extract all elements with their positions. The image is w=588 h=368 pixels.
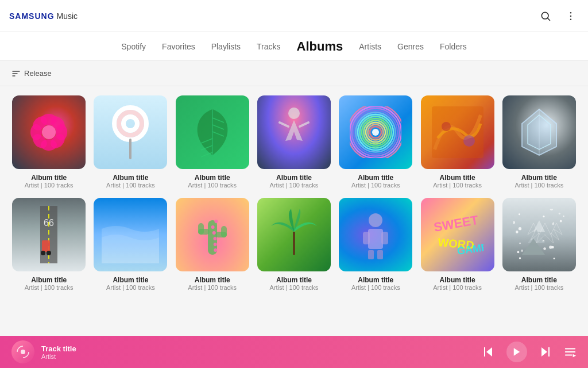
player-track-title: Track title [41, 344, 474, 353]
album-title-3: Album title [195, 174, 230, 182]
album-cover-13: SWEET WORD GAME [421, 198, 494, 271]
album-item-11[interactable]: Album titleArtist | 100 tracks [257, 198, 331, 291]
album-meta-5: Artist | 100 tracks [351, 182, 400, 189]
album-title-7: Album title [521, 174, 557, 182]
album-cover-14 [502, 198, 576, 271]
nav-item-albums[interactable]: Albums [297, 37, 343, 56]
svg-point-3 [570, 15, 572, 17]
svg-rect-71 [368, 250, 374, 259]
album-item-2[interactable]: Album titleArtist | 100 tracks [93, 95, 168, 189]
album-item-8[interactable]: 66 Album titleArtist | 100 tracks [11, 198, 86, 291]
playlist-icon[interactable] [564, 346, 577, 358]
svg-point-100 [21, 350, 25, 354]
album-title-6: Album title [440, 174, 475, 182]
album-item-9[interactable]: Album titleArtist | 100 tracks [93, 198, 168, 291]
svg-point-87 [513, 221, 515, 224]
svg-rect-69 [363, 232, 370, 244]
album-cover-9 [94, 198, 167, 271]
search-icon[interactable] [537, 8, 554, 24]
svg-text:SWEET: SWEET [432, 213, 479, 235]
svg-point-19 [123, 117, 137, 131]
nav-item-playlists[interactable]: Playlists [211, 40, 241, 53]
album-meta-7: Artist | 100 tracks [514, 182, 563, 189]
svg-text:66: 66 [44, 218, 54, 228]
nav-item-favorites[interactable]: Favorites [162, 40, 195, 53]
album-cover-1 [12, 95, 86, 169]
album-item-5[interactable]: Album titleArtist | 100 tracks [338, 95, 413, 189]
svg-point-2 [570, 12, 572, 13]
album-title-14: Album title [521, 276, 557, 284]
svg-point-62 [212, 231, 215, 235]
svg-point-0 [541, 12, 548, 19]
album-cover-10 [176, 198, 249, 271]
album-meta-4: Artist | 100 tracks [270, 182, 319, 189]
album-meta-9: Artist | 100 tracks [106, 284, 155, 291]
album-meta-10: Artist | 100 tracks [188, 284, 237, 291]
svg-point-64 [213, 243, 216, 246]
svg-point-63 [213, 237, 216, 240]
more-icon[interactable] [563, 8, 579, 24]
album-cover-6 [421, 95, 494, 169]
svg-point-65 [214, 248, 217, 252]
album-item-4[interactable]: Album titleArtist | 100 tracks [257, 95, 331, 189]
svg-line-1 [548, 18, 550, 20]
svg-rect-70 [381, 232, 388, 244]
album-title-11: Album title [276, 276, 312, 284]
nav-item-folders[interactable]: Folders [440, 40, 467, 53]
album-title-2: Album title [113, 174, 148, 182]
svg-point-91 [553, 258, 555, 259]
svg-point-90 [563, 216, 564, 217]
svg-point-61 [211, 225, 214, 229]
album-meta-1: Artist | 100 tracks [25, 182, 74, 189]
svg-marker-109 [573, 354, 577, 358]
album-meta-2: Artist | 100 tracks [106, 182, 155, 189]
album-item-1[interactable]: Album titleArtist | 100 tracks [11, 95, 86, 189]
header-actions [537, 8, 579, 24]
album-meta-11: Artist | 100 tracks [270, 284, 319, 291]
album-meta-6: Artist | 100 tracks [433, 182, 482, 189]
album-cover-5 [339, 95, 412, 169]
album-item-6[interactable]: Album titleArtist | 100 tracks [420, 95, 494, 189]
album-meta-3: Artist | 100 tracks [188, 182, 237, 189]
nav-item-tracks[interactable]: Tracks [257, 40, 280, 53]
sort-label: Release [24, 69, 52, 78]
play-button[interactable] [506, 342, 527, 362]
svg-point-83 [519, 227, 521, 230]
svg-point-77 [543, 216, 544, 217]
album-item-13[interactable]: SWEET WORD GAME Album titleArtist | 100 … [420, 198, 494, 291]
album-cover-11 [257, 198, 331, 271]
album-cover-7 [502, 95, 576, 169]
album-title-4: Album title [276, 174, 312, 182]
next-button[interactable] [539, 345, 552, 359]
svg-point-52 [47, 251, 51, 255]
album-cover-2 [94, 95, 167, 169]
svg-point-28 [288, 108, 300, 119]
nav-item-spotify[interactable]: Spotify [121, 40, 146, 53]
svg-point-89 [550, 209, 553, 210]
album-item-7[interactable]: Album titleArtist | 100 tracks [502, 95, 577, 189]
nav-item-artists[interactable]: Artists [359, 40, 381, 53]
player-info: Track title Artist [41, 344, 474, 360]
svg-point-93 [552, 223, 554, 225]
app-logo: SAMSUNG Music [9, 12, 78, 21]
album-title-12: Album title [358, 276, 393, 284]
sort-button[interactable]: Release [11, 69, 52, 78]
album-item-10[interactable]: Album titleArtist | 100 tracks [175, 198, 250, 291]
svg-rect-105 [548, 347, 550, 356]
svg-rect-102 [484, 347, 485, 356]
svg-point-67 [369, 213, 382, 227]
player-controls [481, 342, 577, 362]
nav-item-genres[interactable]: Genres [397, 40, 424, 53]
svg-point-44 [463, 135, 475, 147]
prev-button[interactable] [481, 345, 495, 359]
brand-name: SAMSUNG [9, 12, 55, 21]
album-title-9: Album title [113, 276, 148, 284]
svg-marker-101 [486, 347, 492, 356]
album-cover-8: 66 [12, 198, 86, 271]
album-item-3[interactable]: Album titleArtist | 100 tracks [175, 95, 250, 189]
svg-marker-104 [541, 347, 547, 356]
album-item-12[interactable]: Album titleArtist | 100 tracks [338, 198, 413, 291]
svg-point-60 [214, 220, 218, 223]
player-bar: Track title Artist [0, 336, 588, 368]
album-item-14[interactable]: Album titleArtist | 100 tracks [502, 198, 577, 291]
